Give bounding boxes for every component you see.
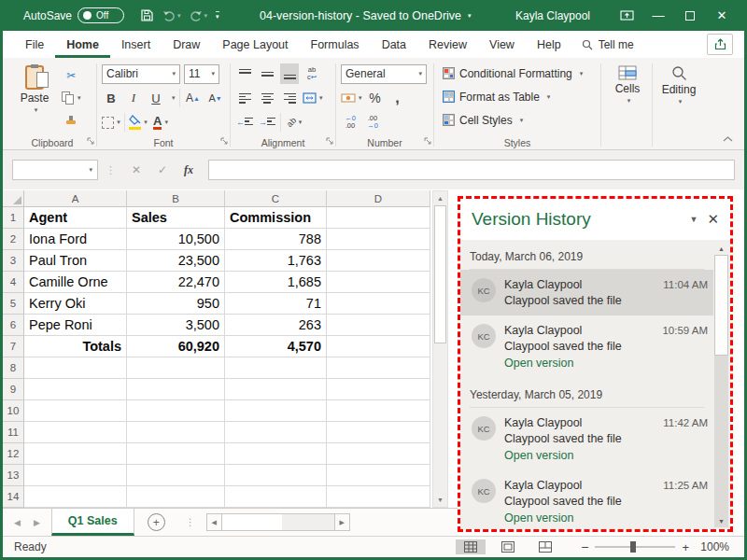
- alignment-dialog-launcher[interactable]: [326, 134, 333, 147]
- borders-button[interactable]: ▾: [102, 112, 120, 133]
- decrease-indent-button[interactable]: ←: [235, 112, 254, 133]
- scrollbar-track[interactable]: [714, 356, 728, 514]
- column-header-b[interactable]: B: [127, 190, 225, 207]
- cell-a6[interactable]: Pepe Roni: [24, 315, 127, 336]
- cell-a8[interactable]: [24, 357, 127, 379]
- tab-draw[interactable]: Draw: [162, 33, 211, 58]
- column-header-c[interactable]: C: [225, 190, 327, 207]
- tab-help[interactable]: Help: [526, 33, 572, 58]
- scrollbar-track[interactable]: [282, 513, 334, 531]
- increase-decimal-button[interactable]: ←0.00: [341, 112, 359, 133]
- tab-bar-grip[interactable]: ⋮: [186, 517, 195, 527]
- row-header[interactable]: 14: [3, 486, 24, 508]
- cell-b2[interactable]: 10,500: [127, 229, 225, 250]
- open-version-link[interactable]: Open version: [504, 511, 708, 525]
- new-sheet-button[interactable]: +: [148, 513, 165, 531]
- row-header[interactable]: 2: [3, 229, 24, 250]
- cell-a14[interactable]: [24, 486, 127, 508]
- cell-a13[interactable]: [24, 465, 127, 486]
- cell-d9[interactable]: [327, 379, 430, 400]
- italic-button[interactable]: I: [124, 88, 143, 108]
- cell-d6[interactable]: [327, 315, 430, 336]
- bold-button[interactable]: B: [102, 88, 120, 108]
- page-layout-view-button[interactable]: [493, 539, 523, 554]
- cell-b3[interactable]: 23,500: [127, 250, 225, 272]
- cell-a9[interactable]: [24, 379, 127, 400]
- scrollbar-thumb[interactable]: [714, 255, 728, 356]
- undo-button[interactable]: ▾: [162, 10, 181, 21]
- bottom-align-button[interactable]: [280, 63, 299, 84]
- cell-d13[interactable]: [327, 465, 430, 486]
- tab-review[interactable]: Review: [417, 33, 478, 58]
- cell-b11[interactable]: [127, 422, 225, 443]
- row-header[interactable]: 5: [3, 293, 24, 315]
- fill-color-button[interactable]: ▾: [129, 112, 148, 133]
- tab-view[interactable]: View: [478, 33, 526, 58]
- cell-b13[interactable]: [127, 465, 225, 486]
- panel-close-button[interactable]: ✕: [707, 211, 719, 228]
- version-entry[interactable]: KC Kayla Claypool 11:25 AM Claypool save…: [460, 470, 713, 529]
- cell-b4[interactable]: 22,470: [127, 272, 225, 293]
- align-center-button[interactable]: [258, 88, 276, 108]
- increase-indent-button[interactable]: →: [258, 112, 276, 133]
- panel-scrollbar[interactable]: ▲ ▼: [714, 242, 728, 527]
- column-header-a[interactable]: A: [24, 190, 127, 207]
- zoom-in-button[interactable]: +: [682, 540, 689, 554]
- cell-c6[interactable]: 263: [225, 315, 327, 336]
- scroll-up-icon[interactable]: ▲: [433, 191, 447, 205]
- cell-a4[interactable]: Camille Orne: [24, 272, 127, 293]
- cell-b5[interactable]: 950: [127, 293, 225, 315]
- cell-b7[interactable]: 60,920: [127, 336, 225, 357]
- cell-b6[interactable]: 3,500: [127, 315, 225, 336]
- cell-d5[interactable]: [327, 293, 430, 315]
- previous-sheet-icon[interactable]: ◀: [14, 518, 21, 527]
- number-format-select[interactable]: General▾: [341, 64, 427, 84]
- row-header[interactable]: 7: [3, 336, 24, 357]
- format-as-table-button[interactable]: Format as Table ▾: [439, 85, 596, 108]
- cell-d10[interactable]: [327, 400, 430, 422]
- open-version-link[interactable]: Open version: [504, 449, 708, 462]
- cell-b10[interactable]: [127, 400, 225, 422]
- cell-b14[interactable]: [127, 486, 225, 508]
- next-sheet-icon[interactable]: ▶: [34, 518, 40, 527]
- percent-style-button[interactable]: %: [366, 88, 385, 108]
- editing-button[interactable]: Editing ▾: [657, 62, 700, 105]
- cell-a3[interactable]: Paul Tron: [24, 250, 127, 272]
- tab-insert[interactable]: Insert: [110, 33, 162, 58]
- number-dialog-launcher[interactable]: [424, 134, 431, 147]
- scroll-down-icon[interactable]: ▼: [714, 514, 728, 527]
- minimize-button[interactable]: —: [643, 4, 673, 28]
- tab-data[interactable]: Data: [371, 33, 417, 58]
- conditional-formatting-button[interactable]: Conditional Formatting ▾: [439, 62, 596, 85]
- row-header[interactable]: 12: [3, 443, 24, 465]
- cancel-entry-button[interactable]: ✕: [124, 160, 148, 180]
- cell-c4[interactable]: 1,685: [225, 272, 327, 293]
- cell-d11[interactable]: [327, 422, 430, 443]
- row-header[interactable]: 9: [3, 379, 24, 400]
- scrollbar-track[interactable]: [433, 343, 447, 493]
- cell-c7[interactable]: 4,570: [225, 336, 327, 357]
- cell-b8[interactable]: [127, 357, 225, 379]
- collapse-ribbon-button[interactable]: [723, 132, 733, 145]
- tab-page-layout[interactable]: Page Layout: [211, 33, 299, 58]
- cell-c10[interactable]: [225, 400, 327, 422]
- scroll-down-icon[interactable]: ▼: [433, 493, 447, 507]
- cell-c3[interactable]: 1,763: [225, 250, 327, 272]
- title-dropdown-icon[interactable]: ▾: [468, 12, 472, 20]
- row-header[interactable]: 13: [3, 465, 24, 486]
- cell-c9[interactable]: [225, 379, 327, 400]
- cell-d1[interactable]: [327, 207, 430, 229]
- decrease-decimal-button[interactable]: .00→0: [363, 112, 382, 133]
- cell-a11[interactable]: [24, 422, 127, 443]
- scroll-up-icon[interactable]: ▲: [714, 242, 728, 255]
- font-color-button[interactable]: A▾: [151, 112, 170, 133]
- sheet-tab-q1-sales[interactable]: Q1 Sales: [51, 509, 134, 536]
- cell-a1[interactable]: Agent: [24, 207, 127, 229]
- cell-c14[interactable]: [225, 486, 327, 508]
- underline-button[interactable]: U: [147, 88, 165, 108]
- cell-d4[interactable]: [327, 272, 430, 293]
- panel-options-button[interactable]: ▼: [690, 215, 698, 224]
- cell-c5[interactable]: 71: [225, 293, 327, 315]
- tell-me-box[interactable]: Tell me: [572, 33, 643, 58]
- cells-button[interactable]: Cells ▾: [606, 62, 649, 105]
